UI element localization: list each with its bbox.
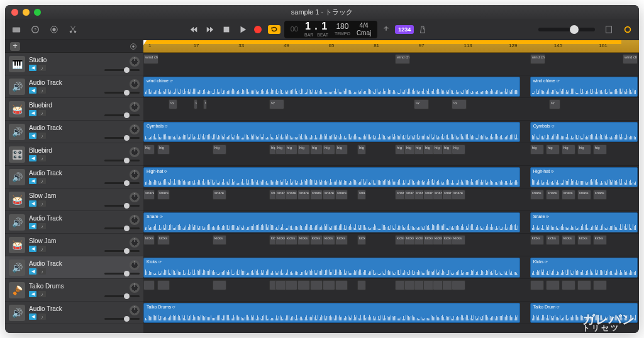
midi-region[interactable]: hig bbox=[297, 144, 310, 155]
record-button[interactable] bbox=[254, 26, 262, 33]
audio-region[interactable]: High-hat⟳ bbox=[143, 167, 520, 187]
midi-region[interactable]: snare bbox=[323, 190, 335, 200]
midi-region[interactable]: snare bbox=[530, 190, 544, 200]
arrange-row[interactable]: snaresnaresnaresnaresnaresnaresnaresnare… bbox=[143, 188, 639, 211]
audio-region[interactable]: Snare⟳ bbox=[530, 212, 638, 232]
midi-region[interactable]: snare bbox=[213, 190, 226, 200]
volume-slider[interactable] bbox=[104, 250, 140, 252]
midi-region[interactable]: kicks bbox=[297, 235, 310, 245]
midi-region[interactable] bbox=[213, 280, 226, 290]
mute-button[interactable]: ◀ bbox=[29, 268, 36, 275]
midi-region[interactable] bbox=[357, 280, 366, 290]
midi-region[interactable]: cy bbox=[203, 99, 207, 109]
arrange-row[interactable]: wind chime⟳wind chime⟳ bbox=[143, 75, 639, 98]
midi-region[interactable]: hig bbox=[310, 144, 323, 155]
midi-region[interactable]: wind ch bbox=[143, 54, 158, 64]
mute-button[interactable]: ◀ bbox=[29, 246, 36, 252]
midi-region[interactable]: snare bbox=[143, 190, 155, 200]
pan-knob[interactable] bbox=[130, 305, 140, 315]
mute-button[interactable]: ◀ bbox=[29, 223, 36, 229]
midi-region[interactable]: snare bbox=[593, 190, 607, 200]
midi-region[interactable]: snare bbox=[357, 190, 366, 200]
timeline-ruler[interactable]: 1173349658197113129145161 bbox=[143, 40, 639, 53]
midi-region[interactable]: hig bbox=[530, 144, 544, 155]
midi-region[interactable]: cy bbox=[269, 99, 284, 109]
midi-region[interactable] bbox=[593, 280, 607, 290]
pan-knob[interactable] bbox=[130, 192, 140, 202]
pan-knob[interactable] bbox=[130, 102, 140, 112]
loop-browser-icon[interactable] bbox=[623, 25, 633, 35]
midi-region[interactable] bbox=[143, 280, 155, 290]
notepad-icon[interactable] bbox=[604, 25, 614, 35]
pan-knob[interactable] bbox=[130, 237, 140, 248]
midi-region[interactable]: kicks bbox=[143, 235, 155, 245]
midi-region[interactable]: kicks bbox=[285, 235, 297, 245]
pan-knob[interactable] bbox=[130, 170, 140, 180]
midi-region[interactable] bbox=[562, 280, 575, 290]
headphone-button[interactable]: ♪ bbox=[38, 313, 46, 320]
mute-button[interactable]: ◀ bbox=[29, 178, 36, 184]
midi-region[interactable]: snare bbox=[310, 190, 323, 200]
headphone-button[interactable]: ♪ bbox=[38, 87, 46, 94]
scissors-icon[interactable] bbox=[68, 25, 78, 35]
mute-button[interactable]: ◀ bbox=[29, 110, 36, 116]
midi-region[interactable]: hig bbox=[577, 144, 591, 155]
library-icon[interactable] bbox=[11, 25, 21, 35]
midi-region[interactable]: hig bbox=[157, 144, 170, 155]
midi-region[interactable]: hig bbox=[562, 144, 575, 155]
headphone-button[interactable]: ♪ bbox=[38, 178, 46, 184]
midi-region[interactable]: kicks bbox=[546, 235, 560, 245]
mute-button[interactable]: ◀ bbox=[29, 87, 36, 94]
midi-region[interactable]: cy bbox=[194, 99, 197, 109]
minimize-window-button[interactable] bbox=[23, 9, 30, 16]
volume-slider[interactable] bbox=[104, 205, 140, 207]
headphone-button[interactable]: ♪ bbox=[38, 65, 46, 71]
headphone-button[interactable]: ♪ bbox=[38, 155, 46, 161]
midi-region[interactable]: kicks bbox=[452, 235, 465, 245]
arrange-row[interactable]: kickskickskickskickskickskickskickskicks… bbox=[143, 234, 639, 256]
audio-region[interactable]: High-hat⟳ bbox=[530, 167, 638, 187]
midi-region[interactable] bbox=[335, 280, 348, 290]
midi-region[interactable]: cy bbox=[452, 99, 467, 109]
volume-slider[interactable] bbox=[104, 160, 140, 161]
midi-region[interactable]: hig bbox=[452, 144, 465, 155]
arrange-row[interactable]: highighighighighighighighighighighighigh… bbox=[143, 143, 639, 166]
track-header[interactable]: 🪘Taiko Drums◀♪ bbox=[5, 279, 143, 302]
midi-region[interactable]: cy bbox=[169, 99, 177, 109]
rewind-button[interactable] bbox=[189, 25, 199, 35]
midi-region[interactable]: hig bbox=[143, 144, 155, 155]
mute-button[interactable]: ◀ bbox=[29, 155, 36, 161]
pan-knob[interactable] bbox=[130, 57, 140, 67]
headphone-button[interactable]: ♪ bbox=[38, 246, 46, 252]
midi-region[interactable] bbox=[546, 280, 560, 290]
metronome-icon[interactable] bbox=[418, 25, 428, 35]
settings-icon[interactable] bbox=[49, 25, 59, 35]
track-header[interactable]: 🔊Audio Track◀♪ bbox=[5, 121, 143, 143]
pan-knob[interactable] bbox=[130, 124, 140, 134]
mute-button[interactable]: ◀ bbox=[29, 133, 36, 139]
volume-slider[interactable] bbox=[104, 295, 140, 297]
midi-region[interactable]: snare bbox=[546, 190, 560, 200]
audio-region[interactable]: Kicks⟳ bbox=[143, 258, 520, 278]
midi-region[interactable]: hig bbox=[285, 144, 297, 155]
arrange-row[interactable]: High-hat⟳High-hat⟳ bbox=[143, 166, 639, 188]
mute-button[interactable]: ◀ bbox=[29, 65, 36, 71]
midi-region[interactable]: kicks bbox=[357, 235, 366, 245]
pan-knob[interactable] bbox=[130, 147, 140, 157]
mute-button[interactable]: ◀ bbox=[29, 313, 36, 320]
midi-region[interactable] bbox=[530, 280, 544, 290]
midi-region[interactable]: kicks bbox=[577, 235, 591, 245]
midi-region[interactable]: snare bbox=[335, 190, 348, 200]
midi-region[interactable]: snare bbox=[157, 190, 170, 200]
arrange-row[interactable]: wind chwind chwind chwind ch bbox=[143, 53, 639, 75]
count-in-chip[interactable]: 1234 bbox=[395, 25, 414, 34]
track-header[interactable]: 🥁Bluebird◀♪ bbox=[5, 98, 143, 121]
arrange-row[interactable]: Kicks⟳Kicks⟳ bbox=[143, 256, 639, 279]
midi-region[interactable] bbox=[577, 280, 591, 290]
midi-region[interactable]: hig bbox=[593, 144, 607, 155]
audio-region[interactable]: Snare⟳ bbox=[143, 212, 520, 232]
midi-region[interactable]: snare bbox=[562, 190, 575, 200]
forward-button[interactable] bbox=[205, 25, 215, 35]
volume-slider[interactable] bbox=[104, 137, 140, 139]
midi-region[interactable]: snare bbox=[285, 190, 297, 200]
